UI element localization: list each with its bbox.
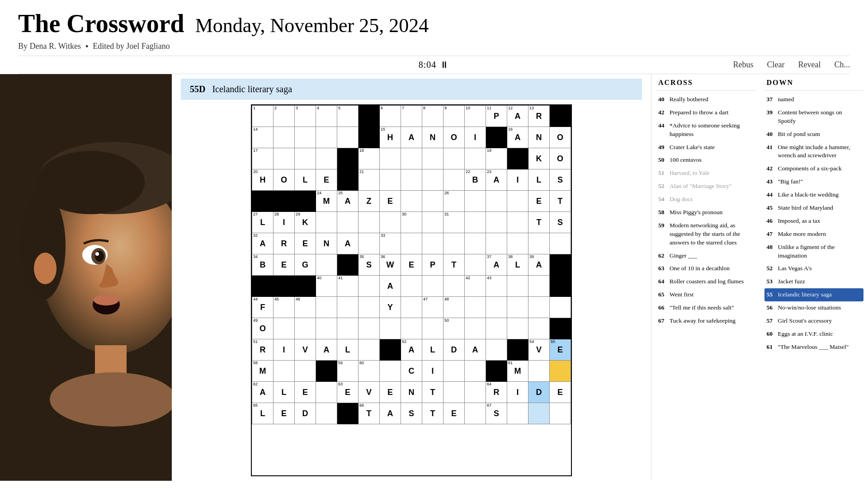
grid-cell[interactable]: A [465,339,486,361]
grid-cell[interactable]: 39A [528,254,550,276]
grid-cell[interactable] [337,318,359,339]
grid-cell[interactable]: G [295,254,316,276]
grid-cell[interactable]: T [528,212,550,233]
grid-cell[interactable] [316,297,337,318]
grid-cell[interactable] [359,127,380,148]
grid-cell[interactable] [274,318,295,339]
grid-cell[interactable]: O [550,148,571,169]
grid-cell[interactable]: E [443,403,465,424]
grid-cell[interactable]: 46 [295,297,316,318]
grid-cell[interactable] [550,106,571,127]
grid-cell[interactable]: P [422,254,443,276]
grid-cell[interactable]: 18 [359,148,380,169]
grid-cell[interactable]: O [443,127,465,148]
grid-cell[interactable]: Z [359,191,380,212]
grid-cell[interactable]: V [295,339,316,361]
grid-cell[interactable] [401,191,422,212]
down-clue-item[interactable]: 39Content between songs on Spotify [764,106,864,128]
grid-cell[interactable] [295,148,316,169]
grid-cell[interactable] [507,148,528,169]
clear-button[interactable]: Clear [767,60,785,70]
grid-cell[interactable]: 8 [422,106,443,127]
grid-cell[interactable] [486,318,507,339]
grid-cell[interactable]: 3 [295,106,316,127]
grid-cell[interactable]: Y [380,297,401,318]
grid-cell[interactable]: T [550,191,571,212]
grid-cell[interactable]: A [401,127,422,148]
grid-cell[interactable] [486,212,507,233]
grid-cell[interactable] [274,361,295,382]
across-clue-item[interactable]: 40Really bothered [656,93,755,106]
grid-cell[interactable] [528,276,550,297]
grid-cell[interactable] [443,361,465,382]
grid-cell[interactable] [380,169,401,191]
grid-cell[interactable]: O [274,169,295,191]
grid-cell[interactable]: 66T [359,403,380,424]
grid-cell[interactable] [380,339,401,361]
grid-cell[interactable]: 59 [337,361,359,382]
grid-cell[interactable]: 4 [316,106,337,127]
grid-cell[interactable]: 47 [422,297,443,318]
grid-cell[interactable] [316,382,337,403]
grid-cell[interactable]: T [443,254,465,276]
grid-cell[interactable] [380,318,401,339]
grid-cell[interactable] [465,148,486,169]
grid-cell[interactable]: 64R [486,382,507,403]
across-clue-item[interactable]: 62Ginger ___ [656,249,755,263]
grid-cell[interactable]: D [295,403,316,424]
grid-cell[interactable] [380,212,401,233]
grid-cell[interactable]: D [528,382,550,403]
grid-cell[interactable]: 33 [380,233,401,254]
grid-cell[interactable] [507,233,528,254]
crossword-grid[interactable]: 1234567891011P12A13R1415HANOI16ANO171819… [251,104,572,476]
grid-cell[interactable] [337,254,359,276]
grid-cell[interactable]: L [274,382,295,403]
grid-cell[interactable] [465,233,486,254]
grid-cell[interactable]: E [380,191,401,212]
grid-cell[interactable] [443,169,465,191]
grid-cell[interactable]: T [422,382,443,403]
grid-cell[interactable] [316,127,337,148]
grid-cell[interactable]: E [550,382,571,403]
grid-cell[interactable] [422,148,443,169]
grid-cell[interactable] [550,318,571,339]
grid-cell[interactable]: 49O [252,318,274,339]
grid-cell[interactable]: 55E [550,339,571,361]
grid-cell[interactable]: 22B [465,169,486,191]
grid-cell[interactable] [359,318,380,339]
grid-cell[interactable] [359,339,380,361]
grid-cell[interactable]: 32A [252,233,274,254]
grid-cell[interactable]: I [465,127,486,148]
grid-cell[interactable]: 17 [252,148,274,169]
grid-cell[interactable] [465,361,486,382]
grid-cell[interactable] [507,297,528,318]
grid-cell[interactable] [359,233,380,254]
grid-cell[interactable]: E [401,254,422,276]
rebus-button[interactable]: Rebus [733,60,754,70]
grid-cell[interactable]: 29K [295,212,316,233]
across-clue-item[interactable]: 63One of 10 in a decathlon [656,262,755,275]
across-clue-item[interactable]: 44*Advice to someone seeking happiness [656,119,755,141]
grid-cell[interactable]: 43 [486,276,507,297]
grid-cell[interactable]: 2 [274,106,295,127]
grid-cell[interactable]: 7 [401,106,422,127]
grid-cell[interactable] [295,318,316,339]
grid-cell[interactable]: N [528,127,550,148]
grid-cell[interactable]: S [550,169,571,191]
grid-cell[interactable]: T [422,403,443,424]
grid-cell[interactable] [550,403,571,424]
grid-cell[interactable] [443,233,465,254]
grid-cell[interactable] [507,339,528,361]
grid-cell[interactable] [486,339,507,361]
grid-cell[interactable]: R [274,233,295,254]
down-clue-item[interactable]: 52Las Vegas A's [764,262,864,275]
grid-cell[interactable]: E [528,191,550,212]
grid-cell[interactable] [422,191,443,212]
grid-cell[interactable]: L [528,169,550,191]
grid-cell[interactable]: E [295,382,316,403]
grid-cell[interactable]: S [550,212,571,233]
down-clue-item[interactable]: 43"Big fan!" [764,175,864,188]
grid-cell[interactable] [316,254,337,276]
grid-cell[interactable]: 9 [443,106,465,127]
grid-cell[interactable] [316,361,337,382]
